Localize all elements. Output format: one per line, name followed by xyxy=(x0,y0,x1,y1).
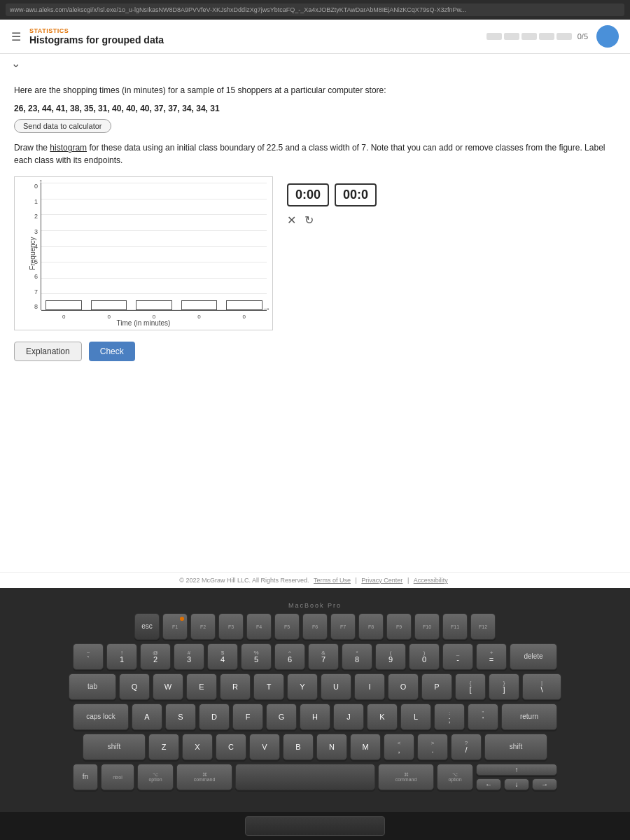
key-v[interactable]: V xyxy=(249,734,280,760)
key-capslock[interactable]: caps lock xyxy=(73,704,129,730)
key-r[interactable]: R xyxy=(220,673,251,700)
key-u[interactable]: U xyxy=(321,673,351,700)
key-f5[interactable]: F5 xyxy=(274,613,300,640)
key-5[interactable]: %5 xyxy=(241,643,272,670)
key-minus[interactable]: _- xyxy=(442,643,473,670)
key-m[interactable]: M xyxy=(350,734,381,760)
key-tilde[interactable]: ~` xyxy=(73,643,104,670)
key-delete[interactable]: delete xyxy=(510,643,557,670)
bar-group-1[interactable]: 0 xyxy=(41,183,86,310)
key-6[interactable]: ^6 xyxy=(274,643,305,670)
key-comma[interactable]: <, xyxy=(384,734,414,760)
key-backslash[interactable]: |\ xyxy=(522,673,561,700)
key-k[interactable]: K xyxy=(367,704,398,730)
explanation-button[interactable]: Explanation xyxy=(14,342,82,361)
key-f8[interactable]: F8 xyxy=(358,613,384,640)
key-h[interactable]: H xyxy=(300,704,330,730)
key-f11[interactable]: F11 xyxy=(442,613,468,640)
key-fn[interactable]: fn xyxy=(73,764,98,790)
key-command-right[interactable]: ⌘ command xyxy=(378,764,434,790)
key-8[interactable]: *8 xyxy=(342,643,372,670)
key-e[interactable]: E xyxy=(186,673,217,700)
key-a[interactable]: A xyxy=(132,704,162,730)
key-q[interactable]: Q xyxy=(119,673,150,700)
key-return[interactable]: return xyxy=(501,704,557,730)
key-arrow-up[interactable]: ↑ xyxy=(476,764,557,776)
bar-2[interactable] xyxy=(91,300,127,310)
key-tab[interactable]: tab xyxy=(69,673,116,700)
trackpad[interactable] xyxy=(245,816,385,836)
key-f4[interactable]: F4 xyxy=(246,613,272,640)
bar-group-4[interactable]: 0 xyxy=(176,183,221,310)
key-2[interactable]: @2 xyxy=(140,643,171,670)
key-semicolon[interactable]: :; xyxy=(434,704,465,730)
key-lbracket[interactable]: {[ xyxy=(455,673,486,700)
key-option-left[interactable]: ⌥ option xyxy=(137,764,174,790)
key-arrow-down[interactable]: ↓ xyxy=(504,778,529,790)
key-g[interactable]: G xyxy=(266,704,297,730)
check-button[interactable]: Check xyxy=(89,342,135,361)
key-f1[interactable]: F1 xyxy=(162,613,188,640)
key-rbracket[interactable]: }] xyxy=(489,673,519,700)
chevron-down-icon[interactable]: ⌄ xyxy=(11,57,20,69)
key-option-right[interactable]: ⌥ option xyxy=(437,764,473,790)
bar-3[interactable] xyxy=(136,300,172,310)
key-command-left[interactable]: ⌘ command xyxy=(176,764,232,790)
bar-group-3[interactable]: 0 xyxy=(132,183,176,310)
avatar[interactable] xyxy=(596,25,619,48)
bar-1[interactable] xyxy=(46,300,82,310)
key-arrow-right[interactable]: → xyxy=(532,778,557,790)
key-f3[interactable]: F3 xyxy=(218,613,244,640)
key-l[interactable]: L xyxy=(400,704,431,730)
key-n[interactable]: N xyxy=(316,734,347,760)
footer-terms[interactable]: Terms of Use xyxy=(314,577,351,584)
key-1[interactable]: !1 xyxy=(106,643,137,670)
key-f9[interactable]: F9 xyxy=(386,613,412,640)
key-7[interactable]: &7 xyxy=(308,643,339,670)
bar-group-2[interactable]: 0 xyxy=(86,183,131,310)
histogram-link[interactable]: histogram xyxy=(50,143,87,153)
key-0[interactable]: )0 xyxy=(409,643,440,670)
key-o[interactable]: O xyxy=(388,673,419,700)
key-f6[interactable]: F6 xyxy=(302,613,328,640)
bar-5[interactable] xyxy=(226,300,262,310)
hamburger-icon[interactable]: ☰ xyxy=(11,30,21,43)
key-arrow-left[interactable]: ← xyxy=(476,778,501,790)
key-i[interactable]: I xyxy=(354,673,385,700)
footer-accessibility[interactable]: Accessibility xyxy=(414,577,448,584)
key-x[interactable]: X xyxy=(182,734,213,760)
chart-container[interactable]: Frequency 8 7 6 5 4 3 2 1 0 xyxy=(14,176,273,330)
key-y[interactable]: Y xyxy=(287,673,318,700)
key-esc[interactable]: esc xyxy=(134,613,160,640)
timer-close-icon[interactable]: ✕ xyxy=(287,214,296,227)
footer-privacy[interactable]: Privacy Center xyxy=(361,577,402,584)
key-9[interactable]: (9 xyxy=(375,643,406,670)
key-shift-left[interactable]: shift xyxy=(83,734,146,760)
key-shift-right[interactable]: shift xyxy=(484,734,547,760)
key-z[interactable]: Z xyxy=(148,734,179,760)
key-quote[interactable]: "' xyxy=(468,704,498,730)
key-p[interactable]: P xyxy=(421,673,452,700)
send-data-button[interactable]: Send data to calculator xyxy=(14,119,111,133)
key-space[interactable] xyxy=(235,764,375,790)
key-j[interactable]: J xyxy=(333,704,364,730)
key-t[interactable]: T xyxy=(253,673,284,700)
key-f10[interactable]: F10 xyxy=(414,613,440,640)
key-f12[interactable]: F12 xyxy=(470,613,496,640)
bar-4[interactable] xyxy=(181,300,218,310)
key-f7[interactable]: F7 xyxy=(330,613,356,640)
bar-group-5[interactable]: 0 xyxy=(222,183,267,310)
key-s[interactable]: S xyxy=(165,704,196,730)
key-c[interactable]: C xyxy=(216,734,246,760)
key-w[interactable]: W xyxy=(153,673,183,700)
key-b[interactable]: B xyxy=(283,734,314,760)
key-3[interactable]: #3 xyxy=(174,643,204,670)
timer-reset-icon[interactable]: ↻ xyxy=(304,214,314,227)
key-period[interactable]: >. xyxy=(417,734,448,760)
key-f2[interactable]: F2 xyxy=(190,613,216,640)
key-slash[interactable]: ?/ xyxy=(451,734,482,760)
key-control[interactable]: ntrol xyxy=(101,764,134,790)
key-d[interactable]: D xyxy=(199,704,230,730)
key-4[interactable]: $4 xyxy=(207,643,238,670)
key-f[interactable]: F xyxy=(232,704,263,730)
